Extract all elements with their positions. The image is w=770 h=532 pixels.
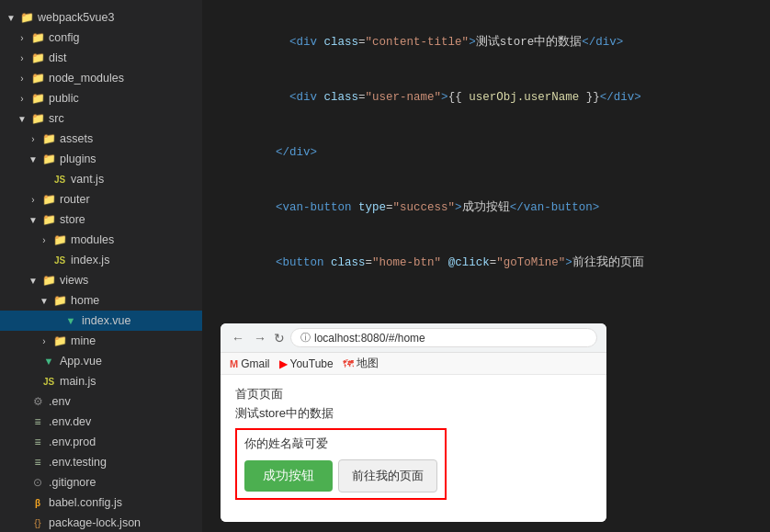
- code-line-5: <button class="home-btn" @click="goToMin…: [221, 235, 761, 290]
- reload-button[interactable]: ↻: [274, 331, 285, 345]
- tree-item-plugins[interactable]: ▼ 📁 plugins: [0, 149, 202, 169]
- folder-icon: 📁: [51, 294, 68, 307]
- gmail-label: Gmail: [241, 357, 269, 370]
- page-title: 首页页面: [235, 386, 592, 402]
- maps-label: 地图: [357, 356, 379, 371]
- env-icon: ≡: [29, 436, 46, 448]
- address-bar[interactable]: ⓘ localhost:8080/#/home: [290, 328, 597, 347]
- right-panel: <div class="content-title">测试store中的数据</…: [202, 0, 770, 532]
- js-icon: JS: [40, 377, 57, 387]
- folder-icon: 📁: [29, 51, 46, 64]
- tree-item-babel[interactable]: β babel.config.js: [0, 492, 202, 513]
- tree-item-modules[interactable]: › 📁 modules: [0, 230, 202, 250]
- babel-icon: β: [29, 498, 46, 508]
- tree-label-env: .env: [49, 395, 202, 408]
- arrow-config: ›: [15, 33, 29, 43]
- tree-label-dist: dist: [49, 51, 202, 64]
- folder-icon: 📁: [40, 153, 57, 165]
- bookmark-maps[interactable]: 🗺 地图: [343, 356, 379, 371]
- env-icon: ≡: [29, 456, 46, 469]
- tree-item-env-prod[interactable]: ≡ .env.prod: [0, 432, 202, 452]
- tree-item-store[interactable]: ▼ 📁 store: [0, 209, 202, 230]
- tree-item-node-modules[interactable]: › 📁 node_modules: [0, 68, 202, 88]
- tree-item-mine[interactable]: › 📁 mine: [0, 331, 202, 351]
- url-text: localhost:8080/#/home: [314, 332, 425, 345]
- tree-label-router: router: [60, 193, 202, 206]
- tree-item-index-vue[interactable]: ▼ index.vue: [0, 311, 202, 331]
- tree-label-store: store: [60, 213, 202, 226]
- tree-item-assets[interactable]: › 📁 assets: [0, 129, 202, 149]
- highlight-box: 你的姓名敲可爱 成功按钮 前往我的页面: [235, 428, 447, 500]
- tree-item-src[interactable]: ▼ 📁 src: [0, 108, 202, 129]
- tree-label-public: public: [49, 92, 202, 105]
- arrow-router: ›: [26, 195, 40, 205]
- tree-item-views[interactable]: ▼ 📁 views: [0, 270, 202, 290]
- vue-icon: ▼: [62, 315, 79, 326]
- js-icon: JS: [51, 175, 68, 185]
- git-icon: ⊙: [29, 476, 46, 489]
- forward-button[interactable]: →: [252, 331, 268, 345]
- arrow-dist: ›: [15, 53, 29, 63]
- success-button[interactable]: 成功按钮: [244, 460, 333, 492]
- folder-icon: 📁: [29, 72, 46, 85]
- js-icon: JS: [51, 255, 68, 266]
- tree-item-webpack5vue3[interactable]: ▼ 📁 webpack5vue3: [0, 7, 202, 28]
- arrow-modules: ›: [37, 235, 51, 245]
- code-editor-block: <div class="content-title">测试store中的数据</…: [221, 9, 761, 296]
- arrow-mine: ›: [37, 336, 51, 346]
- arrow-assets: ›: [26, 134, 40, 144]
- gmail-icon: M: [230, 358, 238, 369]
- tree-item-mainjs[interactable]: JS main.js: [0, 371, 202, 391]
- code-line-1: <div class="content-title">测试store中的数据</…: [221, 15, 761, 70]
- tree-label-home: home: [71, 294, 202, 307]
- lock-icon: ⓘ: [300, 331, 311, 345]
- tree-item-home[interactable]: ▼ 📁 home: [0, 290, 202, 311]
- tree-item-public[interactable]: › 📁 public: [0, 88, 202, 108]
- tree-item-env[interactable]: ⚙ .env: [0, 391, 202, 412]
- folder-icon: 📁: [18, 11, 35, 24]
- tree-label-vantjs: vant.js: [71, 173, 202, 186]
- back-button[interactable]: ←: [230, 331, 246, 345]
- folder-icon: 📁: [40, 132, 57, 145]
- folder-icon: 📁: [51, 334, 68, 347]
- tree-label-mainjs: main.js: [60, 375, 202, 388]
- tree-item-env-testing[interactable]: ≡ .env.testing: [0, 452, 202, 472]
- tree-item-env-dev[interactable]: ≡ .env.dev: [0, 412, 202, 432]
- tree-item-config[interactable]: › 📁 config: [0, 28, 202, 48]
- tree-label-env-testing: .env.testing: [49, 456, 202, 469]
- folder-icon: 📁: [40, 193, 57, 206]
- tree-label-gitignore: .gitignore: [49, 476, 202, 489]
- bookmark-gmail[interactable]: M Gmail: [230, 357, 270, 370]
- tree-label-store-index: index.js: [71, 254, 202, 266]
- arrow-store: ▼: [26, 215, 40, 225]
- browser-bar: ← → ↻ ⓘ localhost:8080/#/home: [221, 323, 606, 353]
- tree-label-env-prod: .env.prod: [49, 436, 202, 448]
- folder-icon: 📁: [29, 31, 46, 44]
- goto-mine-button[interactable]: 前往我的页面: [338, 459, 437, 492]
- tree-item-router[interactable]: › 📁 router: [0, 189, 202, 209]
- arrow-home: ▼: [37, 296, 51, 306]
- folder-icon: 📁: [40, 274, 57, 287]
- tree-label-package-lock: package-lock.json: [49, 516, 202, 529]
- youtube-icon: ▶: [279, 357, 288, 370]
- code-line-4: <van-button type="success">成功按钮</van-but…: [221, 180, 761, 235]
- tree-label-views: views: [60, 274, 202, 287]
- maps-icon: 🗺: [343, 357, 354, 370]
- file-tree-panel: ▼ 📁 webpack5vue3 › 📁 config › 📁 dist › 📁…: [0, 0, 202, 532]
- vue-icon: ▼: [40, 356, 57, 367]
- json-icon: {}: [29, 517, 46, 528]
- bookmark-youtube[interactable]: ▶ YouTube: [279, 357, 334, 370]
- tree-item-dist[interactable]: › 📁 dist: [0, 48, 202, 68]
- arrow-plugins: ▼: [26, 154, 40, 164]
- env-icon: ≡: [29, 415, 46, 428]
- tree-item-gitignore[interactable]: ⊙ .gitignore: [0, 472, 202, 492]
- tree-label-app-vue: App.vue: [60, 355, 202, 368]
- tree-item-package-lock[interactable]: {} package-lock.json: [0, 513, 202, 532]
- tree-item-app-vue[interactable]: ▼ App.vue: [0, 351, 202, 371]
- tree-item-vantjs[interactable]: JS vant.js: [0, 169, 202, 189]
- youtube-label: YouTube: [290, 357, 334, 370]
- tree-label-src: src: [49, 112, 202, 125]
- tree-label-babel: babel.config.js: [49, 496, 202, 509]
- tree-item-store-indexjs[interactable]: JS index.js: [0, 250, 202, 270]
- arrow-public: ›: [15, 94, 29, 104]
